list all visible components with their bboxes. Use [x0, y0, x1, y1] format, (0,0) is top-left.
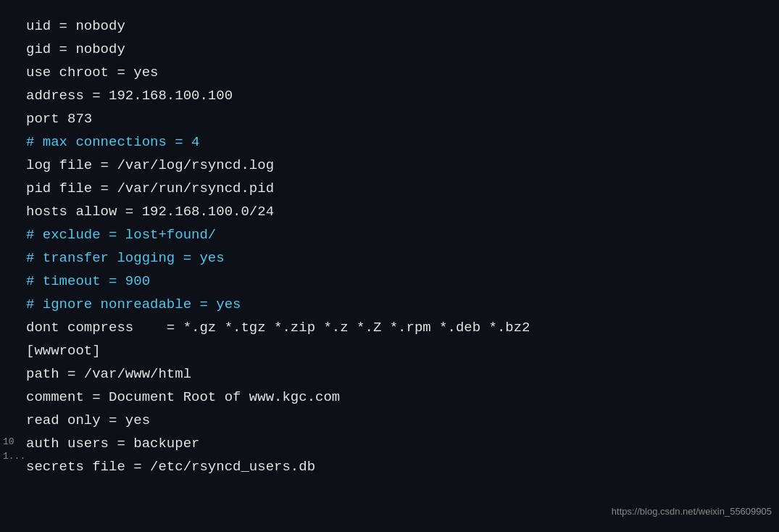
line-numbers: 10 1... — [0, 435, 25, 464]
watermark: https://blog.csdn.net/weixin_55609905 — [612, 500, 772, 523]
code-line: path = /var/www/html — [26, 362, 772, 386]
code-line: # transfer logging = yes — [26, 246, 772, 270]
code-line: pid file = /var/run/rsyncd.pid — [26, 177, 772, 200]
code-line: log file = /var/log/rsyncd.log — [26, 154, 772, 177]
code-lines: uid = nobodygid = nobodyuse chroot = yes… — [26, 14, 772, 478]
code-line: [wwwroot] — [26, 339, 772, 362]
line-num-10: 10 — [3, 435, 25, 449]
code-line: port 873 — [26, 107, 772, 130]
code-line: dont compress = *.gz *.tgz *.zip *.z *.Z… — [26, 316, 772, 339]
code-line: # ignore nonreadable = yes — [26, 293, 772, 316]
code-line: uid = nobody — [26, 14, 772, 38]
code-display: uid = nobodygid = nobodyuse chroot = yes… — [0, 0, 779, 532]
code-line: # exclude = lost+found/ — [26, 223, 772, 246]
code-line: # max connections = 4 — [26, 130, 772, 154]
code-line: gid = nobody — [26, 38, 772, 61]
code-line: secrets file = /etc/rsyncd_users.db — [26, 455, 772, 478]
code-line: # timeout = 900 — [26, 270, 772, 293]
code-line: use chroot = yes — [26, 61, 772, 84]
code-line: comment = Document Root of www.kgc.com — [26, 386, 772, 409]
code-line: auth users = backuper — [26, 432, 772, 455]
code-line: hosts allow = 192.168.100.0/24 — [26, 200, 772, 223]
line-num-1: 1... — [3, 449, 25, 464]
code-line: read only = yes — [26, 409, 772, 432]
code-line: address = 192.168.100.100 — [26, 84, 772, 107]
